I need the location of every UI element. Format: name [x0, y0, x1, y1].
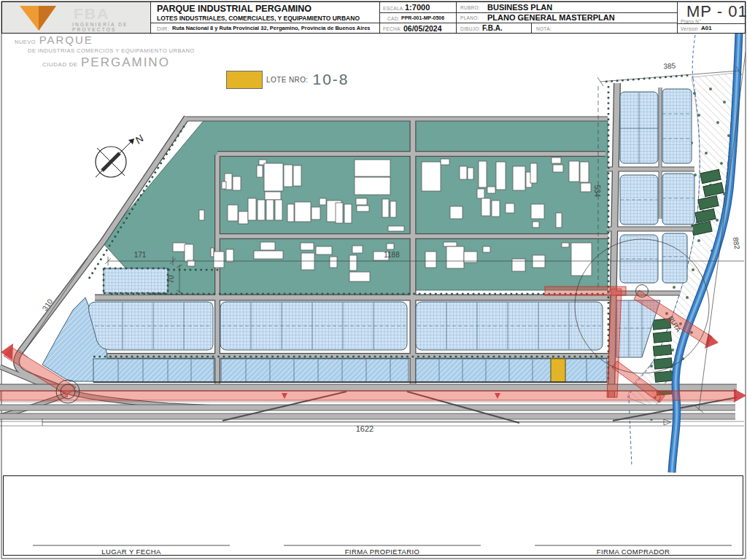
north-label: N [133, 132, 147, 146]
logo-tagline: INGENIERÍA DE PROYECTOS [72, 22, 150, 32]
rubro-label: RUBRO: [460, 5, 480, 10]
dim-882-label: 882 [732, 236, 741, 249]
logo-cell: FBA INGENIERÍA DE PROYECTOS [2, 2, 150, 33]
signature-box: LUGAR Y FECHA FIRMA PROPIETARIO FIRMA CO… [3, 475, 743, 556]
project-subtitle: LOTES INDUSTRIALES, COMERCIALES, Y EQUIP… [157, 15, 360, 22]
cad-value: PPR-001-MP-0506 [401, 15, 444, 20]
signature-line-lugar [33, 545, 230, 546]
lot-inset [104, 268, 168, 293]
nota-label: NOTA: [536, 26, 551, 31]
dim-1188-label: 1188 [384, 251, 400, 259]
dir-label: DIR: [157, 26, 169, 32]
legend: LOTE NRO: 10-8 [226, 69, 349, 90]
version-value: A01 [701, 25, 712, 31]
banner-line1-small: NUEVO [15, 39, 36, 45]
project-banner: NUEVO PARQUE DE INDUSTRIAS COMERCIOS Y E… [15, 34, 195, 69]
escala-value: 1:7000 [405, 3, 430, 12]
signature-line-propietario [284, 545, 481, 546]
signature-line-comprador [535, 545, 732, 546]
title-block: FBA INGENIERÍA DE PROYECTOS PARQUE INDUS… [1, 1, 746, 34]
north-arrow: N [96, 132, 147, 177]
logo-ghost-text: FBA [74, 5, 109, 23]
dim-1622-label: 1622 [356, 424, 374, 433]
fecha-label: FECHA: [383, 26, 402, 31]
lot-color-swatch [226, 71, 263, 89]
drawing-sheet: 171 1188 385 534 70 310 882 1622 RUTA N [0, 0, 747, 560]
legend-lot-number: 10-8 [313, 71, 349, 88]
fba-logo-icon [17, 4, 61, 32]
banner-line3-big: PERGAMINO [81, 55, 170, 69]
dim-385-label: 385 [663, 61, 676, 70]
plano-label: PLANO: [460, 15, 479, 20]
dibujo-value: F.B.A. [482, 24, 503, 32]
highlighted-lot-10-8 [551, 359, 565, 382]
signature-label-propietario: FIRMA PROPIETARIO [284, 548, 481, 556]
dim-70-label: 70 [167, 275, 175, 284]
fecha-value: 06/05/2024 [403, 24, 442, 33]
banner-line2: DE INDUSTRIAS COMERCIOS Y EQUIPAMIENTO U… [28, 48, 195, 54]
version-label: Version [681, 26, 698, 31]
banner-line3-small: CIUDAD DE [42, 61, 78, 68]
escala-label: ESCALA: [383, 6, 405, 11]
cad-label: CAD: [387, 16, 400, 21]
plano-value: PLANO GENERAL MASTERPLAN [487, 13, 615, 22]
signature-label-lugar: LUGAR Y FECHA [33, 548, 230, 556]
legend-label: LOTE NRO: [266, 76, 309, 84]
project-title: PARQUE INDUSTRIAL PERGAMINO [157, 4, 311, 14]
dim-534-label: 534 [593, 185, 601, 198]
dibujo-label: DIBUJO: [460, 26, 481, 31]
dir-value: Ruta Nacional 8 y Ruta Provincial 32, Pe… [172, 25, 370, 31]
signature-label-comprador: FIRMA COMPRADOR [535, 548, 732, 556]
dim-171-label: 171 [134, 251, 147, 259]
rubro-value: BUSINESS PLAN [487, 3, 552, 12]
banner-line1-big: PARQUE [39, 34, 93, 46]
